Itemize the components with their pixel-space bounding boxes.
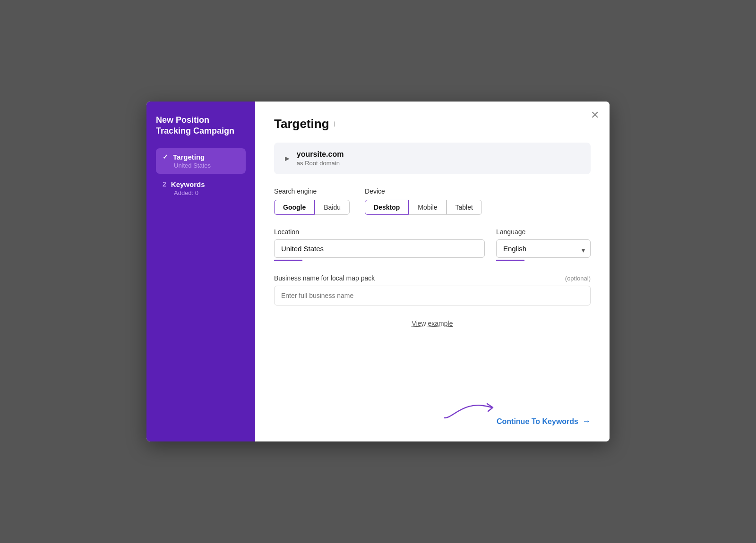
bottom-area: Continue To Keywords → [274,398,591,426]
targeting-check-icon: ✓ [163,153,168,161]
search-engine-label: Search engine [274,187,350,195]
language-label: Language [496,228,591,236]
search-engine-group: Search engine Google Baidu [274,187,350,215]
device-group: Device Desktop Mobile Tablet [365,187,482,215]
continue-arrow-icon: → [582,416,591,426]
close-button[interactable]: ✕ [591,110,599,120]
info-icon[interactable]: i [334,120,336,128]
domain-sub: as Root domain [297,160,344,167]
language-underline [496,260,524,261]
keywords-label: Keywords [171,180,205,188]
targeting-label: Targeting [173,153,205,161]
page-title: Targeting [274,117,329,131]
main-content: ✕ Targeting i ► yoursite.com as Root dom… [255,102,610,441]
domain-box[interactable]: ► yoursite.com as Root domain [274,143,591,174]
location-input[interactable] [274,239,485,258]
language-group: Language English Spanish French German C… [496,228,591,261]
device-label: Device [365,187,482,195]
continue-button[interactable]: Continue To Keywords → [497,416,591,426]
baidu-button[interactable]: Baidu [315,200,350,215]
tablet-button[interactable]: Tablet [447,200,482,215]
optional-label: (optional) [565,275,591,282]
language-select[interactable]: English Spanish French German Chinese [496,239,591,258]
sidebar-item-keywords[interactable]: 2 Keywords Added: 0 [156,176,246,201]
google-button[interactable]: Google [274,200,315,215]
modal-container: New Position Tracking Campaign ✓ Targeti… [146,102,610,441]
targeting-sub: United States [163,162,239,169]
sidebar-title: New Position Tracking Campaign [156,115,246,137]
view-example-button[interactable]: View example [274,320,591,327]
domain-name: yoursite.com [297,150,344,159]
business-label: Business name for local map pack [274,274,375,282]
device-buttons: Desktop Mobile Tablet [365,200,482,215]
location-label: Location [274,228,485,236]
search-engine-buttons: Google Baidu [274,200,350,215]
desktop-button[interactable]: Desktop [365,200,409,215]
location-group: Location [274,228,485,261]
sidebar: New Position Tracking Campaign ✓ Targeti… [146,102,255,441]
keywords-sub: Added: 0 [163,189,239,196]
keywords-number: 2 [163,180,166,188]
location-underline [274,260,302,261]
sidebar-item-targeting[interactable]: ✓ Targeting United States [156,148,246,174]
business-section: Business name for local map pack (option… [274,274,591,305]
business-name-input[interactable] [274,286,591,305]
continue-label: Continue To Keywords [497,417,578,426]
mobile-button[interactable]: Mobile [409,200,446,215]
expand-icon: ► [284,154,291,163]
curved-arrow-icon [440,394,501,423]
